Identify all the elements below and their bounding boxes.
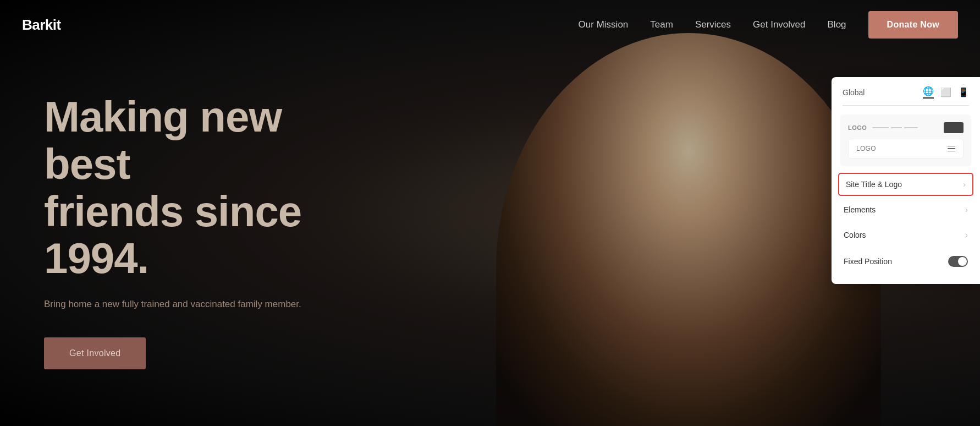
logo-label: LOGO [848,124,867,131]
nav-link-blog[interactable]: Blog [828,19,846,30]
logo-preview-bottom: LOGO [848,139,964,159]
logo-line-2 [891,127,902,128]
panel-divider [843,105,969,106]
tablet-view-icon[interactable]: ⬜ [940,87,951,97]
panel-view-icons: 🌐 ⬜ 📱 [923,86,969,99]
hero-content: Making new best friends since 1994. Brin… [0,50,385,369]
menu-item-fixed-position[interactable]: Fixed Position [832,248,980,275]
logo-preview-label: LOGO [856,145,876,152]
hero-section: Barkit Our Mission Team Services Get Inv… [0,0,980,426]
hero-subtitle: Bring home a new fully trained and vacci… [44,299,341,310]
hamburger-icon [948,146,955,152]
nav-link-our-mission[interactable]: Our Mission [579,19,629,30]
logo-preview-top: LOGO [848,122,964,133]
fixed-position-toggle[interactable] [948,256,968,267]
site-logo[interactable]: Barkit [22,17,61,34]
navbar-links: Our Mission Team Services Get Involved B… [579,11,958,39]
hamburger-line-1 [948,146,955,147]
hamburger-line-3 [948,151,955,152]
navbar: Barkit Our Mission Team Services Get Inv… [0,0,980,50]
chevron-right-icon-2: › [965,205,968,214]
hero-title: Making new best friends since 1994. [44,94,341,282]
chevron-right-icon: › [963,180,966,189]
get-involved-button[interactable]: Get Involved [44,337,146,369]
logo-line-3 [904,127,918,128]
panel-title: Global [843,88,865,97]
donate-button[interactable]: Donate Now [868,11,958,39]
logo-line-1 [872,127,889,128]
nav-link-team[interactable]: Team [650,19,673,30]
settings-panel: Global 🌐 ⬜ 📱 LOGO LOGO [832,77,980,284]
desktop-view-icon[interactable]: 🌐 [923,86,934,99]
menu-item-site-title-logo-label: Site Title & Logo [846,180,902,189]
menu-item-fixed-position-label: Fixed Position [844,257,892,266]
panel-header: Global 🌐 ⬜ 📱 [832,77,980,99]
nav-link-get-involved[interactable]: Get Involved [753,19,805,30]
menu-item-site-title-logo[interactable]: Site Title & Logo › [838,173,973,196]
mobile-view-icon[interactable]: 📱 [958,87,969,97]
menu-item-elements[interactable]: Elements › [832,197,980,222]
hamburger-line-2 [948,148,955,149]
logo-dark-block [944,122,964,133]
menu-item-elements-label: Elements [844,205,876,214]
logo-lines [872,127,938,128]
logo-preview-container: LOGO LOGO [840,114,971,166]
menu-item-colors-label: Colors [844,231,866,239]
menu-item-colors[interactable]: Colors › [832,222,980,248]
chevron-right-icon-3: › [965,231,968,239]
nav-link-services[interactable]: Services [695,19,731,30]
toggle-knob [958,257,967,266]
